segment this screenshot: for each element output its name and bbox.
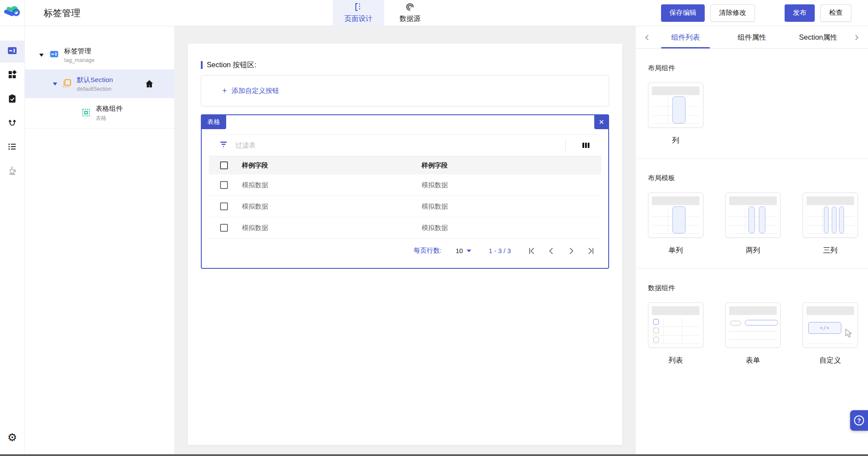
rail-item-tasks[interactable] [0,89,25,110]
prev-page-icon[interactable] [547,247,556,255]
pagination-range: 1 - 3 / 3 [489,247,511,254]
add-custom-button[interactable]: + 添加自定义按钮 [222,86,279,96]
design-canvas: Section 按钮区: + 添加自定义按钮 表格 ✕ [175,26,635,456]
tree-item-table-widget[interactable]: 表格组件 表格 [25,98,174,129]
rail-item-components[interactable] [0,65,25,86]
inspector-tabs: 组件列表 组件属性 Section属性 [636,26,868,49]
component-label: 列 [672,136,679,145]
template-card-two-columns[interactable]: 两列 [725,192,781,255]
table-cell: 模拟数据 [242,202,422,211]
component-card-custom[interactable]: </> 自定义 [803,302,858,365]
component-tree: 标签管理 tag_manage 默认Section [25,26,175,456]
component-card-column[interactable]: 列 [648,82,703,145]
column-header[interactable]: 样例字段 [422,161,602,170]
first-page-icon[interactable] [527,247,536,255]
page-design-icon [354,3,363,13]
tab-section-props[interactable]: Section属性 [785,26,851,48]
section-title: 布局组件 [648,64,856,73]
table-row[interactable]: 模拟数据 模拟数据 [209,217,601,239]
question-icon: ? [854,415,864,425]
data-source-icon [406,3,414,13]
rail-item-settings[interactable]: ⚙ [0,426,25,448]
component-card-list[interactable]: 列表 [648,302,703,365]
section-title: 布局模板 [648,174,856,183]
section-button-zone: + 添加自定义按钮 [201,75,609,106]
tree-item-page[interactable]: 标签管理 tag_manage [25,41,174,69]
component-label: 两列 [746,246,760,255]
rail-item-lists[interactable] [0,137,25,158]
table-widget[interactable]: 表格 ✕ [201,114,609,269]
rail-item-flows[interactable] [0,113,25,134]
heading-accent-bar [201,61,203,69]
cursor-icon [844,328,854,341]
clear-changes-button[interactable]: 清除修改 [710,4,755,22]
chevron-left-icon[interactable] [642,34,652,41]
table-cell: 模拟数据 [242,181,422,189]
section-layout-components: 布局组件 列 [636,49,868,158]
select-all-checkbox[interactable] [220,161,228,169]
rail-item-java-service[interactable] [0,161,25,182]
section-heading: Section 按钮区: [201,60,609,70]
component-label: 单列 [668,246,683,255]
caret-down-icon[interactable] [39,54,44,57]
page-window-icon [49,49,59,61]
table-cell: 模拟数据 [422,181,602,189]
caret-down-icon[interactable] [53,82,57,86]
chevron-down-icon [467,250,471,252]
last-page-icon[interactable] [586,247,595,255]
tab-page-design[interactable]: 页面设计 [333,0,384,26]
component-label: 自定义 [820,356,841,365]
component-card-form[interactable]: 表单 [725,302,781,365]
tree-item-subtitle: 表格 [96,115,123,122]
page-title: 标签管理 [44,7,80,19]
code-icon: </> [808,322,841,334]
two-column-thumbnail [725,192,781,238]
tree-item-title: 标签管理 [64,47,95,56]
tree-item-default-section[interactable]: 默认Section defaultSection [25,69,174,98]
logo-icon [3,4,21,22]
close-icon[interactable]: ✕ [594,115,609,129]
filter-icon [219,140,228,151]
tree-item-title: 默认Section [77,75,113,85]
column-header[interactable]: 样例字段 [242,161,422,170]
rows-per-page-label: 每页行数: [413,247,441,255]
table-cell: 模拟数据 [422,224,602,232]
rail-item-page-builder[interactable] [0,41,25,62]
icon-rail: ⚙ [0,26,25,456]
top-actions: 保存编辑 清除修改 发布 检查 [661,4,868,22]
section-title: 数据组件 [648,284,856,293]
tab-component-list[interactable]: 组件列表 [652,26,719,48]
template-card-three-columns[interactable]: 三列 [803,192,858,255]
canvas-page: Section 按钮区: + 添加自定义按钮 表格 ✕ [188,44,622,445]
inspector-panel: 组件列表 组件属性 Section属性 布局组件 [635,26,868,456]
chevron-right-icon[interactable] [851,34,862,41]
table-row[interactable]: 模拟数据 模拟数据 [209,196,601,217]
table-row[interactable]: 模拟数据 模拟数据 [209,175,601,196]
widget-tag[interactable]: 表格 [201,115,226,129]
list-thumbnail [648,302,703,348]
mode-tabs: 页面设计 数据源 [333,0,436,26]
next-page-icon[interactable] [567,247,575,255]
tab-label: 数据源 [400,14,420,24]
help-button[interactable]: ? [850,410,868,431]
section-icon [63,79,72,89]
rows-per-page-select[interactable]: 10 [455,247,471,254]
tab-data-source[interactable]: 数据源 [384,0,436,26]
tab-component-props[interactable]: 组件属性 [719,26,785,48]
tab-label: 页面设计 [344,14,372,24]
app-logo[interactable] [0,0,25,26]
flow-icon [7,118,17,129]
check-button[interactable]: 检查 [820,4,851,22]
row-checkbox[interactable] [220,224,228,232]
template-card-one-column[interactable]: 单列 [648,192,703,255]
row-checkbox[interactable] [220,202,228,210]
publish-button[interactable]: 发布 [785,4,815,22]
row-checkbox[interactable] [220,181,228,189]
filter-table-input[interactable] [235,141,558,149]
toolbar-divider [565,139,566,151]
columns-icon[interactable] [573,142,599,149]
home-icon[interactable] [145,79,154,89]
window-bottom-edge [0,454,868,456]
component-label: 表单 [746,356,760,365]
save-edit-button[interactable]: 保存编辑 [661,4,705,22]
